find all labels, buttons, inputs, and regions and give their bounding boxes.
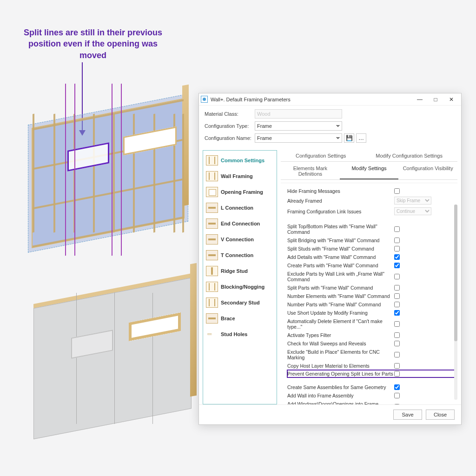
config-name-select[interactable]: Frame [255, 133, 342, 143]
tab-modify-configuration-settings[interactable]: Modify Configuration Settings [371, 150, 447, 161]
window-close-button[interactable]: ✕ [444, 95, 458, 104]
blocking-nogging-icon [206, 282, 218, 292]
opt-row: Use Short Update by Modify Framing [287, 309, 455, 317]
opt-already-framed: Already Framed Skip Frame [287, 195, 455, 206]
opt-row: Add Wall into Frame Assembly [287, 391, 455, 400]
wall-illustration-paneled [24, 273, 208, 450]
opt-row: Split Parts with "Frame Wall" Command [287, 284, 455, 292]
opt-row: Number Parts with "Frame Wall" Command [287, 300, 455, 309]
opt-row: Create Parts with "Frame Wall" Command [287, 261, 455, 270]
tab-elements-mark-definitions[interactable]: Elements Mark Definitions [281, 163, 340, 179]
chk-option[interactable] [394, 226, 400, 232]
config-type-select[interactable]: Frame [255, 121, 342, 131]
window-minimize-button[interactable]: — [413, 95, 427, 104]
chk-option[interactable] [394, 285, 400, 291]
chk-hide-framing-messages[interactable] [394, 188, 400, 194]
material-class-label: Material Class: [205, 111, 255, 117]
sidebar-item-common-settings[interactable]: Common Settings [204, 152, 276, 168]
material-class-select: Wood [255, 109, 342, 119]
sidebar-item-opening-framing[interactable]: Opening Framing [204, 184, 276, 200]
opt-row: Automatically Delete Element if "Can't m… [287, 317, 455, 331]
wall-framing-icon [206, 171, 218, 181]
sidebar-item-secondary-stud[interactable]: Secondary Stud [204, 295, 276, 311]
chk-option[interactable] [394, 263, 400, 268]
config-name-label: Configuration Name: [205, 135, 255, 141]
chk-option[interactable] [394, 238, 400, 243]
opt-row: Add Details with "Frame Wall" Command [287, 253, 455, 261]
config-type-label: Configuration Type: [205, 123, 255, 129]
ridge-stud-icon [206, 266, 218, 276]
sel-link-issues: Continue [394, 207, 431, 215]
chk-option[interactable] [394, 393, 400, 398]
common-settings-icon [206, 155, 218, 165]
dialog-titlebar[interactable]: Wall+. Default Framing Parameters — □ ✕ [199, 93, 461, 106]
opt-row: Copy Host Layer Material to Elements [287, 362, 455, 370]
opt-row: Split Top/Bottom Plates with "Frame Wall… [287, 222, 455, 236]
sidebar-item-wall-framing[interactable]: Wall Framing [204, 168, 276, 184]
brace-icon [206, 313, 218, 324]
opt-row: Activate Types Filter [287, 331, 455, 339]
window-maximize-button[interactable]: □ [429, 95, 443, 104]
sidebar-item-l-connection[interactable]: L Connection [204, 200, 276, 216]
chk-option[interactable] [394, 274, 400, 279]
framing-parameters-dialog: Wall+. Default Framing Parameters — □ ✕ … [198, 93, 462, 425]
opt-row: Check for Wall Sweeps and Reveals [287, 339, 455, 348]
tab-modify-settings[interactable]: Modify Settings [340, 163, 399, 179]
tab-configuration-visibility[interactable]: Configuration Visibility [398, 163, 457, 179]
sidebar-item-stud-holes[interactable]: Stud Holes [204, 326, 276, 342]
dialog-footer: Save Close [199, 404, 461, 424]
more-config-icon[interactable]: … [356, 133, 366, 143]
sel-already-framed: Skip Frame [394, 197, 431, 205]
chk-option[interactable] [394, 310, 400, 316]
opt-row: Split Bridging with "Frame Wall" Command [287, 236, 455, 245]
opt-hide-framing-messages: Hide Framing Messages [287, 187, 455, 195]
configuration-form: Material Class: Wood Configuration Type:… [199, 106, 461, 150]
chk-option[interactable] [394, 332, 400, 338]
chk-option[interactable] [394, 246, 400, 251]
opt-row: Number Elements with "Frame Wall" Comman… [287, 292, 455, 300]
chk-option[interactable] [394, 371, 400, 377]
end-connection-icon [206, 218, 218, 229]
sidebar-item-ridge-stud[interactable]: Ridge Stud [204, 263, 276, 279]
tab-configuration-settings[interactable]: Configuration Settings [291, 150, 350, 161]
annotation-callout: Split lines are still in their previous … [23, 27, 163, 61]
sidebar-item-blocking-nogging[interactable]: Blocking/Nogging [204, 279, 276, 295]
sidebar-item-t-connection[interactable]: T Connection [204, 247, 276, 263]
close-button[interactable]: Close [426, 410, 455, 420]
chk-option[interactable] [394, 384, 400, 390]
opt-row: Exclude Parts by Wall Link with „Frame W… [287, 270, 455, 284]
app-icon [201, 96, 208, 103]
chk-option[interactable] [394, 352, 400, 357]
stud-holes-icon [206, 329, 218, 339]
opt-row: Add Windows\Doors\Openings into Frame As… [287, 400, 455, 404]
save-button[interactable]: Save [393, 410, 422, 420]
category-sidebar: Common Settings Wall Framing Opening Fra… [203, 150, 277, 404]
settings-panel: Hide Framing Messages Already Framed Ski… [281, 183, 457, 404]
wall-illustration-framed [19, 86, 209, 267]
opt-row: Exclude "Build in Place" Elements for CN… [287, 348, 455, 362]
l-connection-icon [206, 203, 218, 213]
dialog-title: Wall+. Default Framing Parameters [211, 97, 291, 102]
chk-option[interactable] [394, 341, 400, 346]
save-config-icon[interactable]: 💾 [344, 133, 354, 143]
v-connection-icon [206, 234, 218, 245]
chk-option[interactable] [394, 321, 400, 327]
sidebar-item-brace[interactable]: Brace [204, 311, 276, 326]
opt-link-issues: Framing Configuration Link Issues Contin… [287, 206, 455, 217]
t-connection-icon [206, 250, 218, 260]
chk-option[interactable] [394, 293, 400, 299]
chk-option[interactable] [394, 254, 400, 260]
opt-row: Create Same Assemblies for Same Geometry [287, 383, 455, 391]
opening-framing-icon [206, 187, 218, 197]
opt-row: Prevent Generating Opening Split Lines f… [287, 370, 455, 377]
sidebar-item-v-connection[interactable]: V Connection [204, 231, 276, 247]
chk-option[interactable] [394, 302, 400, 307]
primary-tab-row: Configuration Settings Modify Configurat… [281, 150, 457, 162]
chk-option[interactable] [394, 404, 400, 404]
sidebar-item-end-connection[interactable]: End Connection [204, 216, 276, 231]
secondary-tab-row: Elements Mark Definitions Modify Setting… [281, 163, 457, 180]
opt-row: Split Studs with "Frame Wall" Command [287, 245, 455, 253]
secondary-stud-icon [206, 298, 218, 308]
chk-option[interactable] [394, 363, 400, 369]
vertical-scrollbar[interactable] [454, 205, 457, 400]
